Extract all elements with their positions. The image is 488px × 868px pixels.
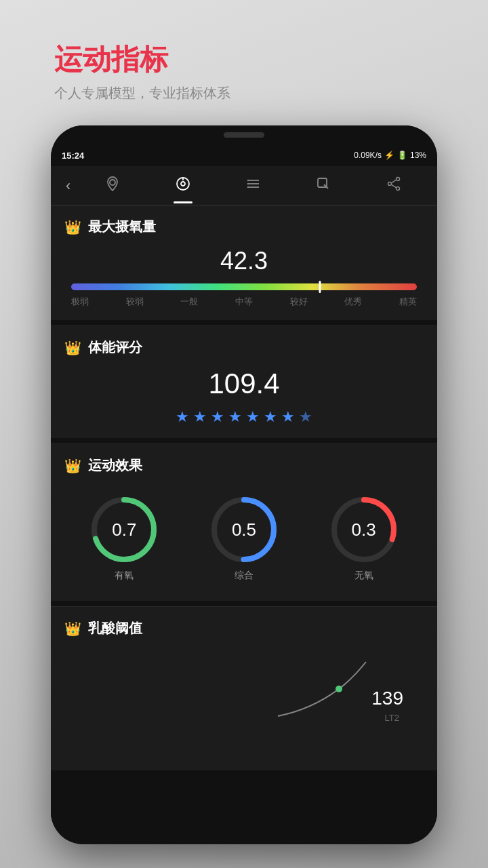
gauge-marker: [319, 281, 321, 293]
star-7: ★: [281, 408, 295, 426]
speaker: [224, 132, 264, 138]
crown-icon-1: 👑: [64, 219, 81, 235]
star-4: ★: [228, 408, 242, 426]
nav-list-icon[interactable]: [240, 173, 267, 198]
aerobic-value: 0.7: [112, 519, 136, 540]
star-1: ★: [176, 408, 189, 426]
gauge-label-4: 较好: [290, 296, 308, 308]
page-title: 运动指标: [54, 41, 230, 79]
rainbow-bar: [71, 283, 417, 290]
svg-point-14: [388, 182, 392, 186]
phone-frame: 15:24 0.09K/s ⚡ 🔋 13% ‹: [51, 125, 437, 844]
effect-comprehensive: 0.5 综合: [207, 492, 281, 582]
nav-activity-icon[interactable]: [169, 173, 197, 198]
vo2max-section: 👑 最大摄氧量 42.3 极弱 较弱 一般 中等 较好 优秀 精英: [51, 205, 437, 320]
gauge-label-0: 极弱: [71, 296, 89, 308]
lactate-label: 乳酸阈值: [88, 619, 142, 637]
wifi-icon: ⚡: [384, 151, 394, 160]
aerobic-label: 有氧: [115, 570, 134, 582]
svg-line-15: [391, 180, 396, 183]
anaer-label: 无氧: [354, 570, 373, 582]
comp-circle-container: 0.5: [207, 492, 281, 567]
fitness-title-row: 👑 体能评分: [64, 338, 424, 357]
lactate-section: 👑 乳酸阈值 139 LT2: [51, 607, 437, 770]
rainbow-bar-wrapper: [71, 283, 417, 290]
stars-row: ★ ★ ★ ★ ★ ★ ★ ★: [64, 408, 424, 426]
svg-line-16: [391, 184, 396, 188]
lactate-lt2: LT2: [385, 713, 399, 723]
status-right: 0.09K/s ⚡ 🔋 13%: [354, 151, 426, 160]
battery-icon: 🔋: [397, 151, 407, 160]
effect-title-row: 👑 运动效果: [64, 456, 424, 475]
effect-row: 0.7 有氧 0.5: [64, 486, 424, 589]
star-2: ★: [193, 408, 207, 426]
anaer-center: 0.3: [352, 519, 376, 540]
gauge-label-2: 一般: [180, 296, 198, 308]
star-8: ★: [299, 408, 312, 426]
page-subtitle: 个人专属模型，专业指标体系: [54, 84, 230, 102]
svg-point-13: [396, 187, 400, 191]
aerobic-circle-container: 0.7: [87, 492, 161, 567]
status-bar: 15:24 0.09K/s ⚡ 🔋 13%: [51, 144, 437, 166]
svg-point-23: [336, 686, 342, 692]
gauge-label-1: 较弱: [126, 296, 144, 308]
vo2max-title-row: 👑 最大摄氧量: [64, 218, 424, 236]
nav-bar: ‹: [51, 166, 437, 205]
comp-value: 0.5: [232, 519, 256, 540]
crown-icon-4: 👑: [64, 620, 81, 637]
vo2max-value: 42.3: [64, 247, 424, 275]
status-time: 15:24: [62, 151, 84, 161]
effect-label: 运动效果: [88, 456, 142, 475]
fitness-label: 体能评分: [88, 338, 142, 357]
gauge-label-5: 优秀: [344, 296, 362, 308]
effect-aerobic: 0.7 有氧: [87, 492, 161, 582]
lactate-value: 139: [371, 688, 403, 709]
gauge-label-6: 精英: [399, 296, 417, 308]
phone-content[interactable]: 👑 最大摄氧量 42.3 极弱 较弱 一般 中等 较好 优秀 精英 👑: [51, 205, 437, 844]
comp-center: 0.5: [232, 519, 256, 540]
title-area: 运动指标 个人专属模型，专业指标体系: [54, 41, 230, 102]
back-button[interactable]: ‹: [59, 177, 77, 195]
gauge-label-3: 中等: [235, 296, 253, 308]
star-3: ★: [211, 408, 224, 426]
nav-icons: [77, 173, 429, 198]
lactate-curve-svg: [64, 648, 424, 730]
effect-anaerobic: 0.3 无氧: [327, 492, 401, 582]
network-speed: 0.09K/s: [354, 151, 382, 160]
star-5: ★: [246, 408, 260, 426]
effect-section: 👑 运动效果 0.7 有氧: [51, 444, 437, 601]
anaer-circle-container: 0.3: [327, 492, 401, 567]
comp-label: 综合: [235, 570, 253, 582]
svg-point-0: [110, 180, 115, 185]
anaer-value: 0.3: [352, 519, 376, 540]
battery-pct: 13%: [410, 151, 426, 160]
fitness-value: 109.4: [64, 368, 424, 400]
phone-top-bar: [51, 125, 437, 144]
fitness-section: 👑 体能评分 109.4 ★ ★ ★ ★ ★ ★ ★ ★: [51, 326, 437, 438]
svg-point-12: [396, 178, 400, 181]
lactate-chart-area: 139 LT2: [64, 648, 424, 730]
svg-line-11: [324, 184, 328, 189]
gauge-labels: 极弱 较弱 一般 中等 较好 优秀 精英: [71, 296, 417, 308]
nav-search-icon[interactable]: [310, 173, 337, 198]
svg-point-2: [181, 182, 185, 186]
crown-icon-3: 👑: [64, 458, 81, 474]
aerobic-center: 0.7: [112, 519, 136, 540]
lactate-title-row: 👑 乳酸阈值: [64, 619, 424, 637]
crown-icon-2: 👑: [64, 340, 81, 356]
vo2max-label: 最大摄氧量: [88, 218, 156, 236]
nav-share-icon[interactable]: [380, 173, 407, 198]
nav-map-icon[interactable]: [99, 173, 126, 198]
star-6: ★: [264, 408, 277, 426]
